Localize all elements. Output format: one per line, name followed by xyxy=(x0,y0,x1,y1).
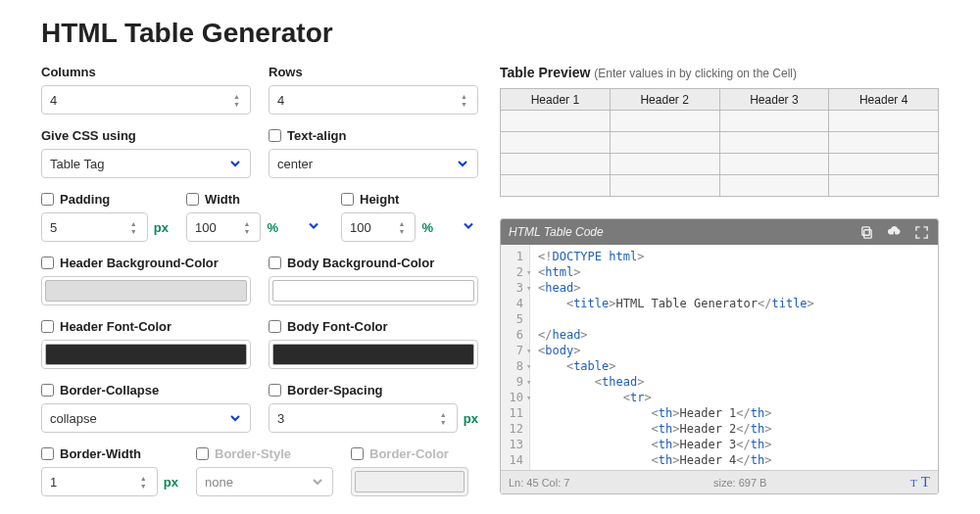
width-checkbox[interactable] xyxy=(186,193,199,206)
preview-cell[interactable] xyxy=(829,175,939,197)
borderwidth-checkbox[interactable] xyxy=(41,447,54,460)
borderspacing-checkbox[interactable] xyxy=(269,384,281,397)
preview-header-cell[interactable]: Header 2 xyxy=(610,89,719,111)
headerbg-checkbox[interactable] xyxy=(41,257,54,269)
chevron-down-icon xyxy=(308,220,319,235)
file-size: size: 697 B xyxy=(569,477,910,489)
page-title: HTML Table Generator xyxy=(41,18,939,49)
preview-table[interactable]: Header 1Header 2Header 3Header 4 xyxy=(500,88,939,197)
preview-cell[interactable] xyxy=(610,175,719,197)
preview-cell[interactable] xyxy=(610,132,719,154)
preview-cell[interactable] xyxy=(829,111,939,132)
borderstyle-label: Border-Style xyxy=(215,446,291,461)
padding-unit: px xyxy=(154,220,169,235)
preview-cell[interactable] xyxy=(610,111,719,132)
borderspacing-input[interactable] xyxy=(269,403,458,433)
preview-cell[interactable] xyxy=(719,154,829,175)
padding-label: Padding xyxy=(60,192,110,207)
borderspacing-unit: px xyxy=(464,411,478,426)
bodyfont-label: Body Font-Color xyxy=(287,319,388,334)
preview-cell[interactable] xyxy=(501,154,611,175)
copy-button[interactable] xyxy=(858,223,875,241)
stepper-icon[interactable]: ▲▼ xyxy=(233,93,245,108)
bodyfont-checkbox[interactable] xyxy=(269,320,281,333)
preview-header-cell[interactable]: Header 4 xyxy=(829,89,939,111)
svg-rect-0 xyxy=(863,229,871,237)
preview-cell[interactable] xyxy=(829,154,939,175)
borderstyle-select[interactable] xyxy=(196,467,333,496)
textsize-small-button[interactable]: T xyxy=(910,477,917,489)
textalign-select[interactable] xyxy=(269,149,478,178)
headerfont-checkbox[interactable] xyxy=(41,320,54,333)
preview-title: Table Preview xyxy=(500,65,590,80)
width-unit: % xyxy=(267,220,278,235)
cssusing-label: Give CSS using xyxy=(41,128,251,143)
bordercollapse-label: Border-Collapse xyxy=(60,383,159,397)
headerfont-label: Header Font-Color xyxy=(60,319,172,334)
cssusing-select[interactable] xyxy=(41,149,251,178)
code-title: HTML Table Code xyxy=(509,225,848,239)
textsize-large-button[interactable]: T xyxy=(921,474,930,491)
preview-cell[interactable] xyxy=(719,111,829,132)
preview-cell[interactable] xyxy=(501,111,611,132)
preview-hint: (Enter values in by clicking on the Cell… xyxy=(594,67,797,80)
borderspacing-label: Border-Spacing xyxy=(287,383,383,397)
rows-label: Rows xyxy=(269,65,478,79)
bordercolor-checkbox[interactable] xyxy=(351,447,364,460)
borderwidth-unit: px xyxy=(164,475,178,490)
height-unit: % xyxy=(421,220,433,235)
bodyfont-swatch[interactable] xyxy=(272,344,474,365)
preview-cell[interactable] xyxy=(719,132,829,154)
code-editor[interactable]: <!DOCTYPE html><html><head> <title>HTML … xyxy=(530,245,822,470)
preview-cell[interactable] xyxy=(610,154,719,175)
preview-header-cell[interactable]: Header 3 xyxy=(719,89,829,111)
padding-checkbox[interactable] xyxy=(41,193,54,206)
stepper-icon[interactable]: ▲▼ xyxy=(243,220,255,235)
preview-cell[interactable] xyxy=(829,132,939,154)
textalign-label: Text-align xyxy=(287,128,346,143)
bordercollapse-checkbox[interactable] xyxy=(41,384,54,397)
bordercolor-swatch[interactable] xyxy=(355,471,465,492)
svg-rect-1 xyxy=(861,226,869,234)
textalign-checkbox[interactable] xyxy=(269,129,281,142)
preview-cell[interactable] xyxy=(501,132,611,154)
stepper-icon[interactable]: ▲▼ xyxy=(461,93,472,108)
chevron-down-icon xyxy=(463,220,474,235)
headerbg-label: Header Background-Color xyxy=(60,256,219,270)
preview-header-cell[interactable]: Header 1 xyxy=(501,89,611,111)
borderwidth-label: Border-Width xyxy=(60,446,141,461)
width-label: Width xyxy=(205,192,240,207)
columns-label: Columns xyxy=(41,65,251,79)
bodybg-swatch[interactable] xyxy=(272,280,474,302)
headerbg-swatch[interactable] xyxy=(45,280,247,302)
borderstyle-checkbox[interactable] xyxy=(196,447,209,460)
bodybg-label: Body Background-Color xyxy=(287,256,434,270)
height-checkbox[interactable] xyxy=(341,193,354,206)
stepper-icon[interactable]: ▲▼ xyxy=(130,220,142,235)
preview-cell[interactable] xyxy=(719,175,829,197)
bordercollapse-select[interactable] xyxy=(41,403,251,433)
cursor-position: Ln: 45 Col: 7 xyxy=(509,477,569,489)
bordercolor-label: Border-Color xyxy=(369,446,449,461)
headerfont-swatch[interactable] xyxy=(45,344,247,365)
stepper-icon[interactable]: ▲▼ xyxy=(440,411,452,426)
download-button[interactable] xyxy=(885,223,903,241)
expand-button[interactable] xyxy=(912,223,930,241)
code-panel: HTML Table Code 123456789101112131415 <!… xyxy=(500,218,939,494)
height-label: Height xyxy=(360,192,399,207)
bodybg-checkbox[interactable] xyxy=(269,257,281,269)
rows-input[interactable] xyxy=(269,85,478,115)
preview-cell[interactable] xyxy=(501,175,611,197)
columns-input[interactable] xyxy=(41,85,251,115)
stepper-icon[interactable]: ▲▼ xyxy=(140,475,152,490)
stepper-icon[interactable]: ▲▼ xyxy=(398,220,410,235)
